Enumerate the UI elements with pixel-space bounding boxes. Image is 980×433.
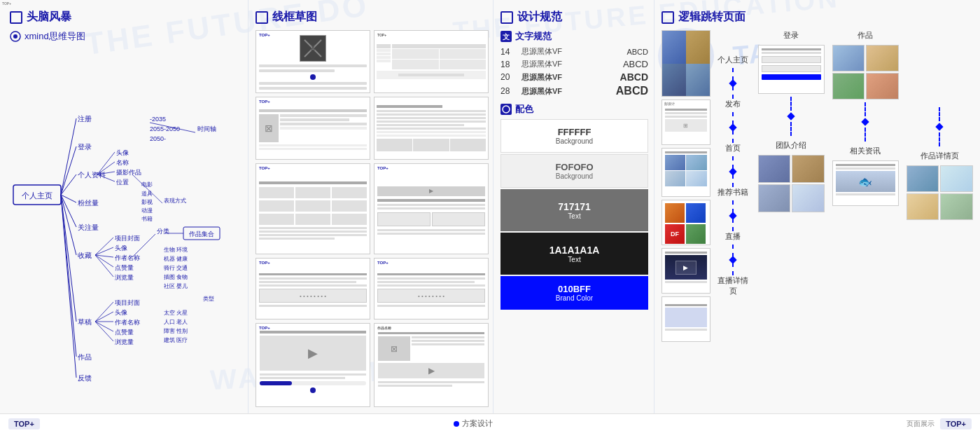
svg-text:-2035: -2035: [150, 116, 166, 123]
swatch-gray: 717171 Text: [500, 189, 648, 231]
logic-label-recommend: 推荐书籍: [718, 187, 748, 198]
section-wireframe: 线框草图 TOP+ X TOP+: [248, 0, 493, 413]
svg-text:交通: 交通: [176, 265, 188, 271]
swatch-label-gray: Text: [568, 212, 580, 220]
type-sample-20: ABCD: [620, 71, 648, 83]
logic-thumbs-works: [832, 45, 899, 99]
video-thumb-1[interactable]: TOP+ ▶: [255, 323, 370, 407]
type-row-20: 20 思源黑体VF ABCD: [500, 71, 648, 83]
design-title: 设计规范: [517, 10, 562, 25]
work-thumb-1[interactable]: [832, 45, 865, 71]
type-size-18: 18: [500, 60, 516, 69]
type-name-28: 思源黑体VF: [522, 86, 610, 97]
mind-map-svg: 个人主页 注册 登录 个人资料 粉丝量 关注量 收藏 草稿 作品 反馈: [10, 48, 248, 392]
svg-text:人口: 人口: [164, 319, 175, 325]
logic-col-login: 登录 团队介绍: [756, 30, 826, 408]
logic-label-live-detail: 直播详情页: [715, 275, 752, 296]
team-thumb-4[interactable]: [792, 184, 825, 212]
svg-text:作品集合: 作品集合: [188, 231, 214, 238]
svg-text:医疗: 医疗: [176, 337, 188, 343]
svg-text:反馈: 反馈: [78, 374, 92, 382]
logic-icon: [662, 11, 674, 24]
svg-text:浏览量: 浏览量: [115, 338, 134, 345]
logic-thumb-live[interactable]: ▶: [662, 248, 710, 294]
bottom-right-area: 页面展示 TOP+: [906, 418, 972, 429]
wireframe-thumb-3[interactable]: TOP+ ⊠: [255, 97, 370, 160]
logic-thumb-live-detail[interactable]: TOP+: [662, 296, 710, 342]
logic-thumb-personal[interactable]: [662, 30, 710, 97]
xmind-icon: [10, 31, 21, 42]
logic-thumbs-team: [758, 155, 825, 212]
type-name-14: 思源黑体VF: [522, 46, 621, 57]
type-sample-18: ABCD: [623, 59, 648, 69]
work-thumb-3[interactable]: [832, 73, 865, 99]
logic-label-team: 团队介绍: [776, 140, 806, 151]
page-indicator: 页面展示: [906, 419, 934, 429]
type-row-18: 18 思源黑体VF ABCD: [500, 59, 648, 69]
logic-header: 逻辑跳转页面: [662, 10, 974, 25]
works-detail-thumb-4[interactable]: [940, 193, 973, 220]
team-thumb-3[interactable]: [758, 184, 791, 212]
brainstorm-icon: [10, 11, 22, 24]
svg-line-41: [95, 312, 113, 322]
swatch-dark: 1A1A1A1A Text: [500, 233, 648, 275]
team-thumb-1[interactable]: [758, 155, 791, 183]
svg-text:类型: 类型: [203, 296, 214, 302]
works-detail-thumb-3[interactable]: [906, 193, 939, 220]
wireframe-grid: TOP+ X TOP+: [255, 30, 489, 319]
wireframe-thumb-4[interactable]: [374, 97, 489, 160]
svg-line-40: [95, 302, 113, 322]
svg-text:作品: 作品: [77, 353, 92, 361]
wireframe-thumb-8[interactable]: TOP+ • • • • • • • •: [374, 258, 489, 319]
logic-thumb-news[interactable]: 🐟: [832, 160, 899, 206]
svg-line-10: [61, 195, 76, 322]
swatch-hex-gray: 717171: [558, 201, 591, 212]
color-swatches: FFFFFF Background FOFOFO Background 7171…: [500, 119, 648, 310]
bottom-center-label: 方案设计: [462, 418, 493, 429]
svg-text:个人资料: 个人资料: [78, 171, 106, 179]
video-thumb-2[interactable]: 作品名称 ⊠ ▶: [374, 323, 489, 407]
logic-thumb-publish[interactable]: 彭设计 ⊞: [662, 99, 710, 145]
wireframe-title: 线框草图: [272, 10, 317, 25]
wireframe-thumb-2[interactable]: TOP+: [374, 30, 489, 93]
svg-text:生物: 生物: [164, 247, 175, 253]
svg-text:摄影作品: 摄影作品: [116, 169, 141, 176]
logic-label-personal: 个人主页: [718, 55, 748, 65]
svg-text:粉丝量: 粉丝量: [78, 199, 99, 207]
type-row-14: 14 思源黑体VF ABCD: [500, 46, 648, 57]
logic-col-works-detail: 作品详情页: [904, 30, 974, 408]
works-detail-thumb-2[interactable]: [940, 165, 973, 192]
typography-icon: 文: [500, 31, 512, 42]
team-thumb-2[interactable]: [792, 155, 825, 183]
svg-text:个人主页: 个人主页: [22, 191, 52, 200]
color-icon: [500, 104, 512, 115]
wireframe-thumb-6[interactable]: TOP+ ▶: [374, 163, 489, 254]
swatch-hex-dark: 1A1A1A1A: [550, 245, 600, 256]
logic-connectors-left: 个人主页 发布 首页 推荐书籍 直播 直播详情页: [715, 30, 752, 408]
color-title: 配色: [515, 103, 533, 116]
work-thumb-2[interactable]: [866, 45, 899, 71]
typography-header: 文 文字规范: [500, 30, 648, 43]
wireframe-thumb-1[interactable]: TOP+ X: [255, 30, 370, 93]
type-name-20: 思源黑体VF: [522, 72, 615, 83]
svg-text:老人: 老人: [176, 319, 188, 325]
main-content: 头脑风暴 xmind思维导图 个人主页 注册 登录: [0, 0, 980, 413]
svg-text:名称: 名称: [116, 159, 129, 166]
logic-thumb-login-screen[interactable]: [758, 45, 825, 94]
wireframe-thumb-7[interactable]: TOP+ • • • • • • • •: [255, 258, 370, 319]
works-detail-thumb-1[interactable]: [906, 165, 939, 192]
svg-text:2050-: 2050-: [150, 135, 166, 142]
logic-thumb-home[interactable]: [662, 148, 710, 197]
svg-text:影视: 影视: [141, 199, 153, 205]
logic-label-news: 相关资讯: [850, 146, 881, 156]
svg-text:点赞量: 点赞量: [115, 329, 134, 336]
wireframe-header: 线框草图: [255, 10, 489, 25]
swatch-hex-brand: 010BFF: [558, 284, 591, 294]
svg-text:骑行: 骑行: [164, 265, 175, 271]
svg-line-22: [97, 152, 115, 174]
svg-text:关注量: 关注量: [78, 224, 99, 231]
typography-table: 14 思源黑体VF ABCD 18 思源黑体VF ABCD 20 思源黑体VF …: [500, 46, 648, 97]
wireframe-thumb-5[interactable]: TOP+: [255, 163, 370, 254]
work-thumb-4[interactable]: [866, 73, 899, 99]
logic-thumb-recommend[interactable]: DF: [662, 200, 710, 245]
